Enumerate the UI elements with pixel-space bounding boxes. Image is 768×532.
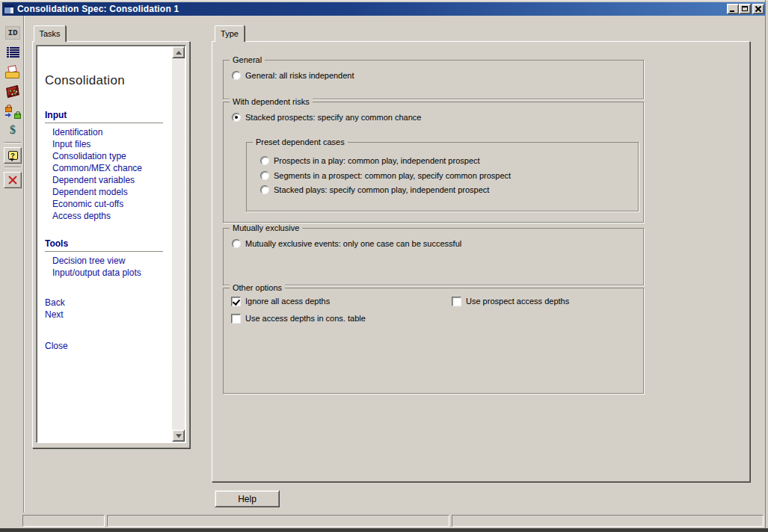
checkbox-use-access-depths-cons-table-label[interactable]: Use access depths in cons. table: [245, 314, 366, 323]
task-link-access-depths[interactable]: Access depths: [52, 210, 164, 222]
task-link-consolidation-type[interactable]: Consolidation type: [52, 150, 164, 162]
status-segment: [452, 515, 764, 527]
task-link-dependent-variables[interactable]: Dependent variables: [52, 174, 164, 186]
checkbox-ignore-access-depths-label[interactable]: Ignore all acess depths: [245, 297, 330, 306]
radio-row-general[interactable]: General: all risks independent: [232, 70, 354, 81]
group-other-options: Other options Ignore all acess depths Us…: [223, 288, 644, 394]
tab-tasks[interactable]: Tasks: [34, 25, 66, 42]
group-mutually-exclusive: Mutually exclusive Mutually exclusive ev…: [223, 228, 644, 285]
radio-segments-in-prospect-label[interactable]: Segments in a prospect: common play, spe…: [274, 171, 511, 180]
folder-icon: [5, 66, 20, 78]
group-general-title: General: [230, 55, 265, 65]
task-link-economic-cut-offs[interactable]: Economic cut-offs: [52, 198, 164, 210]
checkbox-use-access-depths-cons-table[interactable]: [231, 314, 241, 324]
app-icon: [4, 4, 14, 14]
help-bubble-icon: ?: [8, 151, 18, 160]
checkbox-row-use-access-depths-cons-table[interactable]: Use access depths in cons. table: [231, 313, 366, 324]
back-link[interactable]: Back: [45, 297, 164, 309]
help-button[interactable]: Help: [215, 490, 280, 507]
tasks-scrollbar[interactable]: [172, 46, 185, 442]
window-title: Consolidation Spec: Consolidation 1: [17, 4, 727, 14]
radio-stacked-prospects[interactable]: [232, 113, 241, 122]
radio-mutually-exclusive[interactable]: [232, 239, 241, 248]
locks-icon: [5, 103, 21, 119]
arrow-down-icon: [176, 434, 182, 441]
identification-button[interactable]: ID: [4, 25, 22, 41]
scroll-down-button[interactable]: [172, 430, 185, 442]
radio-prospects-in-play[interactable]: [260, 156, 269, 165]
help-tool-button[interactable]: ?: [4, 147, 22, 164]
input-tables-button[interactable]: [4, 44, 22, 61]
radio-general-label[interactable]: General: all risks independent: [245, 71, 354, 80]
radio-row-stacked-prospects[interactable]: Stacked prospects: specify any common ch…: [232, 112, 421, 123]
economics-button[interactable]: $: [4, 122, 22, 138]
toolbar: ID $ ?: [2, 16, 24, 513]
radio-row-stacked-plays[interactable]: Stacked plays: specify common play, inde…: [260, 185, 489, 195]
tasks-panel: Consolidation Input Identification Input…: [32, 41, 190, 448]
id-icon: ID: [5, 26, 20, 40]
group-dependent-risks-title: With dependent risks: [230, 97, 313, 107]
task-link-io-data-plots[interactable]: Input/output data plots: [52, 267, 164, 279]
arrow-up-icon: [176, 48, 182, 55]
status-segment: [107, 515, 449, 527]
checkbox-row-use-prospect-access-depths[interactable]: Use prospect access depths: [452, 296, 569, 306]
checkbox-use-prospect-access-depths[interactable]: [452, 297, 461, 306]
task-link-common-mex-chance[interactable]: Common/MEX chance: [52, 162, 164, 174]
minimize-icon: [730, 10, 734, 12]
titlebar: Consolidation Spec: Consolidation 1: [2, 2, 766, 16]
radio-prospects-in-play-label[interactable]: Prospects in a play: common play, indepe…: [274, 156, 480, 165]
status-bar: [2, 513, 766, 528]
checkbox-use-prospect-access-depths-label[interactable]: Use prospect access depths: [466, 297, 569, 306]
radio-row-mutually-exclusive[interactable]: Mutually exclusive events: only one case…: [232, 238, 461, 249]
tab-type[interactable]: Type: [215, 25, 245, 42]
next-link[interactable]: Next: [45, 309, 164, 321]
minimize-button[interactable]: [727, 4, 739, 14]
section-title-input: Input: [45, 110, 163, 123]
red-x-icon: [7, 176, 18, 185]
close-icon: [755, 8, 762, 10]
scroll-up-button[interactable]: [172, 46, 185, 58]
tasks-content: Consolidation Input Identification Input…: [38, 47, 171, 441]
table-icon: [7, 47, 19, 58]
radio-segments-in-prospect[interactable]: [260, 171, 269, 180]
radio-general[interactable]: [232, 71, 241, 80]
section-title-tools: Tools: [45, 238, 163, 252]
maximize-button[interactable]: [739, 4, 751, 14]
dependent-models-button[interactable]: [4, 83, 22, 99]
input-files-button[interactable]: [4, 64, 22, 80]
radio-stacked-prospects-label[interactable]: Stacked prospects: specify any common ch…: [245, 113, 421, 122]
tasks-listbox: Consolidation Input Identification Input…: [36, 45, 186, 443]
tab-tasks-label: Tasks: [39, 29, 60, 38]
toolbar-separator: [4, 167, 21, 168]
radio-row-segments-in-prospect[interactable]: Segments in a prospect: common play, spe…: [260, 170, 511, 181]
task-link-input-files[interactable]: Input files: [52, 138, 164, 150]
radio-row-prospects-in-play[interactable]: Prospects in a play: common play, indepe…: [260, 155, 480, 166]
task-link-decision-tree-view[interactable]: Decision tree view: [52, 255, 164, 267]
dependency-chance-button[interactable]: [4, 102, 22, 119]
checkbox-row-ignore-access-depths[interactable]: Ignore all acess depths: [231, 296, 330, 306]
tab-type-label: Type: [221, 29, 239, 38]
delete-button[interactable]: [4, 172, 22, 188]
group-mutually-exclusive-title: Mutually exclusive: [230, 223, 302, 233]
toolbar-separator: [4, 142, 21, 143]
close-button[interactable]: [752, 4, 764, 14]
group-preset-cases-title: Preset dependent cases: [253, 137, 348, 147]
maximize-icon: [742, 6, 748, 11]
window-bottom-frame: [0, 528, 768, 532]
close-link[interactable]: Close: [45, 340, 164, 352]
group-other-options-title: Other options: [230, 283, 285, 293]
app-window: Consolidation Spec: Consolidation 1 ID $…: [0, 0, 768, 532]
radio-mutually-exclusive-label[interactable]: Mutually exclusive events: only one case…: [245, 239, 461, 248]
type-panel: General General: all risks independent W…: [212, 41, 750, 482]
radio-stacked-plays-label[interactable]: Stacked plays: specify common play, inde…: [274, 185, 489, 194]
status-segment: [22, 515, 105, 527]
task-link-identification[interactable]: Identification: [52, 126, 164, 138]
checkbox-ignore-access-depths[interactable]: [231, 297, 241, 306]
window-controls: [727, 4, 764, 14]
group-dependent-risks: With dependent risks Stacked prospects: …: [223, 102, 644, 223]
radio-stacked-plays[interactable]: [260, 185, 269, 194]
task-link-dependent-models[interactable]: Dependent models: [52, 186, 164, 198]
tasks-heading: Consolidation: [45, 72, 164, 89]
group-preset-cases: Preset dependent cases Prospects in a pl…: [246, 142, 639, 211]
window-right-frame: [765, 0, 766, 528]
